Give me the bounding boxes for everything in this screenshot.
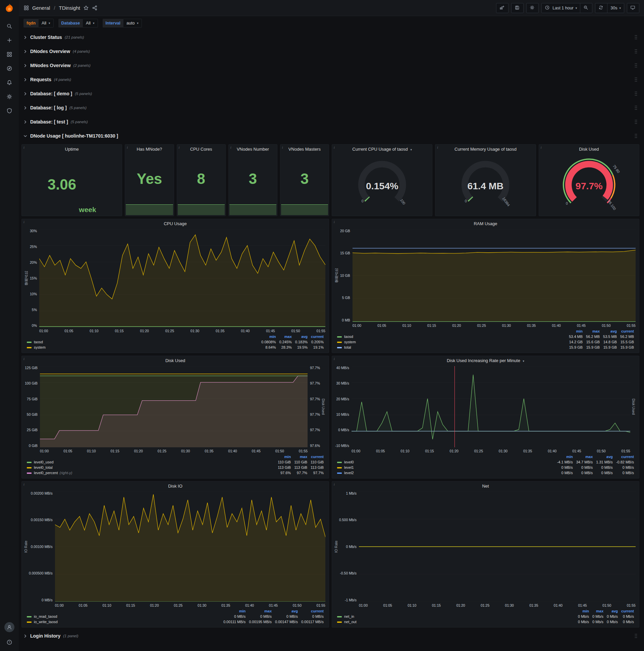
grafana-logo-icon[interactable] bbox=[4, 3, 15, 14]
legend-series-name[interactable]: net_in bbox=[335, 614, 576, 619]
sidebar-shield-icon[interactable] bbox=[3, 105, 16, 117]
time-series-plot[interactable] bbox=[352, 366, 630, 447]
panel-info-icon[interactable]: i bbox=[179, 146, 180, 149]
legend-column-header[interactable]: avg bbox=[594, 454, 614, 460]
panel-title[interactable]: VNodes Masters bbox=[288, 147, 321, 152]
time-series-plot[interactable] bbox=[359, 492, 636, 602]
dashboard-settings-button[interactable] bbox=[526, 3, 539, 13]
legend-column-header[interactable]: min bbox=[567, 329, 584, 334]
sidebar-compass-icon[interactable] bbox=[3, 62, 16, 74]
legend-series-name[interactable]: io_write_taosd bbox=[25, 619, 222, 625]
sidebar-user-icon[interactable] bbox=[4, 622, 14, 632]
time-series-plot[interactable] bbox=[55, 492, 325, 602]
legend-series-name[interactable]: level1 bbox=[335, 465, 555, 470]
sidebar-cog-icon[interactable] bbox=[3, 91, 16, 103]
drag-handle-icon[interactable] bbox=[635, 63, 637, 68]
legend-series-name[interactable]: system bbox=[25, 345, 260, 350]
sidebar-help-icon[interactable]: ? bbox=[3, 636, 16, 648]
panel-info-icon[interactable]: i bbox=[437, 146, 438, 149]
legend-column-header[interactable]: avg bbox=[293, 334, 309, 340]
share-icon[interactable] bbox=[92, 5, 98, 11]
panel-info-icon[interactable]: i bbox=[541, 146, 542, 149]
time-series-plot[interactable] bbox=[353, 229, 636, 322]
refresh-button[interactable] bbox=[595, 3, 607, 13]
legend-series-name[interactable]: level0_used bbox=[25, 460, 276, 465]
drag-handle-icon[interactable] bbox=[635, 35, 637, 40]
legend-series-name[interactable]: net_out bbox=[335, 619, 576, 625]
panel-info-icon[interactable]: i bbox=[127, 146, 128, 149]
panel-info-icon[interactable]: i bbox=[24, 220, 25, 224]
legend-column-header[interactable]: current bbox=[614, 454, 636, 460]
legend-column-header[interactable]: min bbox=[555, 454, 575, 460]
time-series-plot[interactable] bbox=[39, 229, 325, 327]
panel-title[interactable]: Disk Used Increasing Rate per Minute ▾ bbox=[447, 358, 524, 363]
legend-column-header[interactable]: max bbox=[591, 609, 605, 614]
panel-menu-caret-icon[interactable]: ▾ bbox=[410, 148, 412, 151]
panel-title[interactable]: VNodes Number bbox=[237, 147, 269, 152]
legend-column-header[interactable]: max bbox=[292, 454, 309, 460]
panel-title[interactable]: Net bbox=[482, 484, 489, 489]
panel-info-icon[interactable]: i bbox=[24, 146, 25, 149]
row-dnode-usage[interactable]: DNode Usage [ huolinhe-TM1701:6030 ] bbox=[22, 130, 639, 142]
legend-column-header[interactable]: current bbox=[619, 609, 636, 614]
legend-column-header[interactable]: max bbox=[584, 329, 602, 334]
sidebar-plus-icon[interactable] bbox=[3, 34, 16, 46]
panel-info-icon[interactable]: i bbox=[334, 220, 335, 224]
legend-series-name[interactable]: system bbox=[335, 340, 567, 345]
star-icon[interactable] bbox=[83, 5, 89, 11]
panel-title[interactable]: Current CPU Usage of taosd ▾ bbox=[352, 147, 412, 152]
time-series-plot[interactable] bbox=[40, 366, 308, 447]
save-dashboard-button[interactable] bbox=[511, 3, 523, 13]
panel-info-icon[interactable]: i bbox=[334, 483, 335, 486]
panel-title[interactable]: Has MNode? bbox=[136, 147, 162, 152]
row-requests[interactable]: Requests(4 panels) bbox=[22, 74, 639, 85]
breadcrumb-dashboard-title[interactable]: TDinsight bbox=[59, 5, 80, 11]
legend-series-name[interactable]: total bbox=[335, 345, 567, 350]
legend-column-header[interactable]: max bbox=[247, 609, 273, 614]
panel-title[interactable]: CPU Usage bbox=[164, 221, 187, 226]
sidebar-search-icon[interactable] bbox=[3, 20, 16, 32]
legend-series-name[interactable]: level0_percent(right-y) bbox=[25, 470, 276, 476]
variable-fqdn[interactable]: fqdn All▾ bbox=[24, 19, 54, 28]
drag-handle-icon[interactable] bbox=[635, 77, 637, 82]
legend-column-header[interactable]: min bbox=[260, 334, 278, 340]
legend-series-name[interactable]: level0 bbox=[335, 460, 555, 465]
legend-column-header[interactable]: current bbox=[618, 329, 636, 334]
legend-column-header[interactable]: max bbox=[575, 454, 595, 460]
legend-series-name[interactable]: io_read_taosd bbox=[25, 614, 222, 619]
row-database-demo[interactable]: Database: [ demo ](5 panels) bbox=[22, 88, 639, 99]
row-dnodes-overview[interactable]: DNodes Overview(4 panels) bbox=[22, 45, 639, 57]
tv-mode-button[interactable] bbox=[627, 3, 639, 13]
panel-info-icon[interactable]: i bbox=[24, 357, 25, 361]
legend-column-header[interactable]: max bbox=[278, 334, 293, 340]
row-cluster-status[interactable]: Cluster Status(21 panels) bbox=[22, 32, 639, 43]
legend-series-name[interactable]: level0_total bbox=[25, 465, 276, 470]
legend-column-header[interactable]: avg bbox=[273, 609, 299, 614]
panel-title[interactable]: Disk Used bbox=[165, 358, 185, 363]
variable-interval[interactable]: Interval auto▾ bbox=[103, 19, 142, 28]
legend-column-header[interactable]: current bbox=[309, 334, 325, 340]
panel-title[interactable]: Current Memory Usage of taosd bbox=[454, 147, 517, 152]
dashboard-apps-icon[interactable] bbox=[24, 5, 29, 11]
drag-handle-icon[interactable] bbox=[635, 49, 637, 54]
legend-column-header[interactable]: current bbox=[299, 609, 325, 614]
drag-handle-icon[interactable] bbox=[635, 105, 637, 110]
panel-menu-caret-icon[interactable]: ▾ bbox=[523, 360, 524, 363]
panel-title[interactable]: Uptime bbox=[65, 147, 79, 152]
zoom-out-time-button[interactable] bbox=[580, 3, 592, 13]
refresh-interval-picker[interactable]: 30s ▾ bbox=[607, 3, 624, 13]
variable-database[interactable]: Database All▾ bbox=[58, 19, 98, 28]
legend-column-header[interactable]: min bbox=[576, 609, 591, 614]
row-mnodes-overview[interactable]: MNodes Overview(2 panels) bbox=[22, 60, 639, 71]
add-panel-button[interactable] bbox=[496, 3, 509, 13]
drag-handle-icon[interactable] bbox=[635, 120, 637, 124]
row-login-history[interactable]: Login History (1 panel) bbox=[22, 630, 639, 642]
legend-series-name[interactable]: level2 bbox=[335, 470, 555, 476]
legend-column-header[interactable]: min bbox=[222, 609, 247, 614]
legend-series-name[interactable]: taosd bbox=[335, 334, 567, 340]
row-database-test[interactable]: Database: [ test ](5 panels) bbox=[22, 116, 639, 127]
drag-handle-icon[interactable] bbox=[635, 633, 637, 638]
panel-title[interactable]: Disk Used bbox=[579, 147, 599, 152]
panel-title[interactable]: RAM Usage bbox=[474, 221, 497, 226]
legend-column-header[interactable]: min bbox=[276, 454, 292, 460]
